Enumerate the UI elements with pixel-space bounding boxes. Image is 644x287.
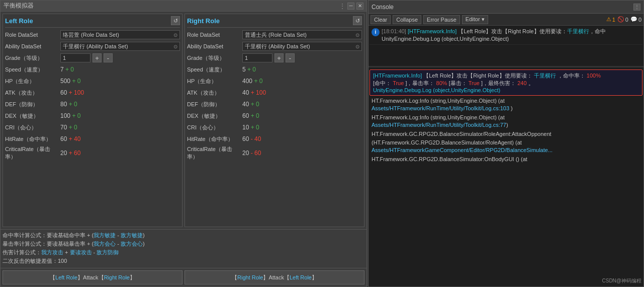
left-role-dataset-label: Role DataSet — [5, 32, 60, 38]
left-def-value: 80 + 0 — [60, 101, 77, 108]
left-role-dataset-value[interactable]: 络芸萱 (Role Data Set) ⊙ — [60, 30, 180, 39]
left-ability-dataset-label: Ability DataSet — [5, 43, 60, 49]
right-grade-plus[interactable]: + — [274, 53, 284, 62]
left-critrate-bonus: + 60 — [69, 150, 81, 157]
right-hitrate-label: HitRate（命中率） — [187, 135, 242, 143]
left-speed-value: 7 + 0 — [60, 66, 74, 73]
csdn-watermark: CSDN@神码编程 — [602, 277, 642, 284]
stack-link-1[interactable]: Assets/HTFramework/RunTime/Utility/Toolk… — [372, 105, 509, 111]
left-ability-dataset-icon[interactable]: ⊙ — [173, 44, 177, 49]
left-hitrate-bonus: + 40 — [69, 135, 81, 142]
left-grade-controls: + - — [60, 53, 113, 62]
left-dex-row: DEX（敏捷） 100 + 0 — [5, 111, 180, 121]
right-role-dataset-text: 普通士兵 (Role Data Set) — [245, 31, 307, 39]
highlight-line-3: UnityEngine.Debug.Log (object,UnityEngin… — [373, 87, 639, 93]
right-panel-title: Right Role — [187, 17, 220, 25]
log-info-icon: i — [372, 28, 380, 36]
editor-button[interactable]: Editor ▾ — [462, 15, 488, 24]
counter-formula: 二次反击的敏捷差值：100 — [3, 257, 364, 265]
stack-link-3[interactable]: Assets/HTFrameworkGameComponent/Editor/R… — [372, 147, 553, 153]
right-refresh-button[interactable]: ↺ — [353, 16, 362, 25]
left-panel-header: Left Role ↺ — [5, 16, 180, 28]
right-def-row: DEF（防御） 40 + 0 — [187, 99, 362, 109]
left-hp-bonus: + 0 — [72, 78, 80, 85]
left-cri-label: CRI（会心） — [5, 124, 60, 131]
right-role-dataset-value[interactable]: 普通士兵 (Role Data Set) ⊙ — [242, 30, 362, 39]
left-hp-row: HP（生命） 500 + 0 — [5, 76, 180, 86]
right-hitrate-value: 60 - 40 — [242, 135, 261, 142]
title-controls: ⋮ ─ ✕ — [339, 3, 363, 10]
stack-entry-2: HT.Framework.Log:Info (string,UnityEngin… — [370, 113, 642, 130]
log-badge: 💬 0 — [630, 16, 641, 23]
left-critrate-value: 20 + 60 — [60, 150, 80, 157]
right-dex-label: DEX（敏捷） — [187, 112, 242, 120]
highlight-line-1: [HTFramework.Info] 【Left Role】攻击【Right R… — [373, 72, 639, 80]
right-critrate-row: CriticalRate（暴击率） 20 - 60 — [187, 146, 362, 161]
highlighted-log-entry: [HTFramework.Info] 【Left Role】攻击【Right R… — [370, 69, 642, 96]
left-role-panel: Left Role ↺ Role DataSet 络芸萱 (Role Data … — [3, 14, 182, 227]
left-grade-minus[interactable]: - — [104, 53, 113, 62]
left-atk-row: ATK（攻击） 60 + 100 — [5, 88, 180, 98]
left-def-label: DEF（防御） — [5, 101, 60, 108]
right-ability-dataset-label: Ability DataSet — [187, 43, 242, 49]
left-dex-bonus: + 0 — [72, 112, 80, 119]
right-dex-value: 60 + 0 — [242, 112, 259, 119]
right-ability-dataset-text: 千里横行 (Ability Data Set) — [245, 43, 310, 50]
right-grade-label: Grade（等级） — [187, 54, 242, 62]
left-speed-row: Speed（速度） 7 + 0 — [5, 64, 180, 75]
console-close-button[interactable]: ⋮ — [633, 4, 640, 11]
right-role-panel: Right Role ↺ Role DataSet 普通士兵 (Role Dat… — [185, 14, 364, 227]
right-grade-minus[interactable]: - — [286, 53, 295, 62]
main-window: 平衡模拟器 ⋮ ─ ✕ Left Role ↺ Role DataSet 络芸萱… — [0, 0, 367, 287]
right-critrate-value: 20 - 60 — [242, 150, 261, 157]
console-bottom-log[interactable]: [HTFramework.Info] 【Left Role】攻击【Right R… — [369, 67, 643, 168]
crit-formula: 暴击率计算公式：要读基础暴击率 + (我方会心 - 敌方会心) — [3, 240, 364, 248]
left-critrate-label: CriticalRate（暴击率） — [5, 146, 60, 161]
right-dex-row: DEX（敏捷） 60 + 0 — [187, 111, 362, 121]
right-grade-input[interactable] — [242, 53, 272, 62]
right-atk-bonus: + 100 — [251, 89, 266, 96]
left-grade-plus[interactable]: + — [93, 53, 102, 62]
right-critrate-label: CriticalRate（暴击率） — [187, 146, 242, 161]
stack-entry-5: HT.Framework.GC.RPG2D.BalanceSimulator:O… — [370, 155, 642, 164]
left-critrate-row: CriticalRate（暴击率） 20 + 60 — [5, 146, 180, 161]
left-grade-input[interactable] — [60, 53, 90, 62]
console-panel: Console ⋮ Clear Collapse Error Pause Edi… — [368, 0, 644, 287]
right-ability-dataset-value[interactable]: 千里横行 (Ability Data Set) ⊙ — [242, 42, 362, 51]
left-hp-value: 500 + 0 — [60, 78, 80, 85]
left-ability-dataset-row: Ability DataSet 千里横行 (Ability Data Set) … — [5, 41, 180, 51]
left-role-dataset-row: Role DataSet 络芸萱 (Role Data Set) ⊙ — [5, 30, 180, 40]
stack-link-2[interactable]: Assets/HTFramework/RunTime/Utility/Toolk… — [372, 122, 506, 128]
right-attack-button[interactable]: 【Right Role】Attack【Left Role】 — [185, 270, 364, 284]
right-critrate-bonus: - 60 — [251, 150, 261, 157]
clear-button[interactable]: Clear — [371, 15, 391, 24]
left-attack-button[interactable]: 【Left Role】Attack【Right Role】 — [3, 270, 182, 284]
left-grade-label: Grade（等级） — [5, 54, 60, 62]
left-role-dataset-icon[interactable]: ⊙ — [173, 32, 177, 38]
console-log-area[interactable]: i [18:01:40] [HTFramework.Info] 【Left Ro… — [369, 26, 643, 66]
stack-entry-1: HT.Framework.Log:Info (string,UnityEngin… — [370, 97, 642, 113]
right-ability-dataset-icon[interactable]: ⊙ — [355, 44, 359, 49]
right-atk-value: 40 + 100 — [242, 89, 266, 96]
left-speed-bonus: + 0 — [65, 66, 74, 73]
right-cri-row: CRI（会心） 10 + 0 — [187, 122, 362, 132]
window-title: 平衡模拟器 — [4, 2, 34, 10]
right-cri-label: CRI（会心） — [187, 124, 242, 131]
left-atk-value: 60 + 100 — [60, 89, 84, 96]
right-hp-bonus: + 0 — [254, 78, 262, 85]
left-ability-dataset-value[interactable]: 千里横行 (Ability Data Set) ⊙ — [60, 42, 180, 51]
right-hp-row: HP（生命） 400 + 0 — [187, 76, 362, 86]
right-def-value: 40 + 0 — [242, 101, 259, 108]
right-atk-row: ATK（攻击） 40 + 100 — [187, 88, 362, 98]
left-refresh-button[interactable]: ↺ — [171, 16, 180, 25]
minimize-button[interactable]: ─ — [347, 3, 354, 10]
warning-badge: ⚠ 1 — [606, 16, 615, 23]
right-grade-controls: + - — [242, 53, 295, 62]
close-button[interactable]: ✕ — [356, 3, 363, 10]
collapse-button[interactable]: Collapse — [393, 15, 421, 24]
left-hitrate-row: HitRate（命中率） 60 + 40 — [5, 134, 180, 144]
error-pause-button[interactable]: Error Pause — [423, 15, 460, 24]
right-speed-value: 5 + 0 — [242, 66, 256, 73]
right-role-dataset-icon[interactable]: ⊙ — [355, 32, 359, 38]
right-hitrate-bonus: - 40 — [251, 135, 261, 142]
